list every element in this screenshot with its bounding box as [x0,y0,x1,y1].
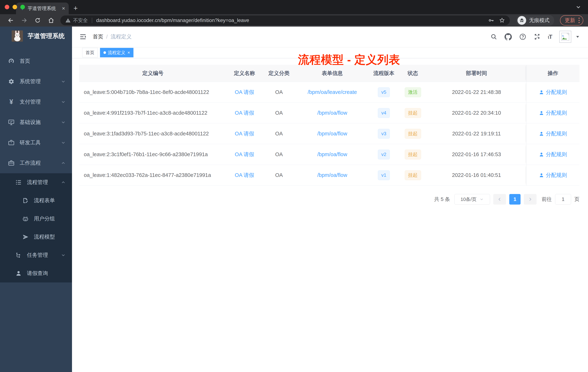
sidebar-item-6[interactable]: 流程管理 [0,173,72,191]
tag-active-dot [104,51,106,54]
person-icon [539,90,544,95]
cell-status: 挂起 [399,103,427,123]
definition-table: 定义编号定义名称定义分类表单信息流程版本状态部署时间操作oa_leave:5:0… [79,65,579,186]
security-warning-icon[interactable] [65,17,71,23]
home-icon[interactable] [45,15,57,25]
window-minimize-button[interactable] [12,5,17,9]
search-icon[interactable] [490,33,497,40]
hamburger-icon[interactable] [79,33,87,41]
chevron-up-icon [61,161,66,166]
goto-label: 前往 [542,196,552,203]
browser-menu-icon[interactable] [578,18,580,23]
cell-version: v5 [369,82,399,102]
form-link[interactable]: /bpm/oa/flow [317,131,347,137]
current-page-button[interactable]: 1 [509,194,521,205]
github-icon[interactable] [504,33,512,40]
security-label[interactable]: 不安全 [73,17,88,24]
bookmark-star-icon[interactable] [499,17,505,23]
annotation-title: 流程模型 - 定义列表 [298,52,400,67]
chevron-down-icon [479,197,484,201]
next-page-button[interactable] [524,194,536,205]
goto-page-input[interactable] [555,194,571,205]
sidebar-item-2[interactable]: ¥支付管理 [0,92,72,112]
sidebar-logo[interactable]: 芋道管理系统 [0,27,72,45]
url-text[interactable]: dashboard.yudao.iocoder.cn/bpm/manager/d… [96,17,483,23]
cell-version: v2 [369,144,399,165]
breadcrumb: 首页 / 流程定义 [93,33,132,40]
sidebar-item-5[interactable]: 工作流程 [0,153,72,173]
sidebar-item-3[interactable]: 基础设施 [0,112,72,132]
back-icon[interactable] [5,15,17,25]
tab-close-icon[interactable]: × [62,5,65,11]
definition-name-link[interactable]: OA 请假 [235,109,254,117]
sidebar-item-9[interactable]: 流程模型 [0,228,72,246]
version-badge: v1 [378,170,390,180]
avatar-caret-down-icon[interactable] [575,34,580,39]
app-title: 芋道管理系统 [28,32,65,40]
sidebar-item-label: 首页 [20,57,30,65]
window-close-button[interactable] [5,5,9,9]
help-icon[interactable] [519,33,526,40]
version-badge: v4 [378,108,390,118]
sidebar-item-label: 流程表单 [34,197,55,204]
key-icon[interactable] [488,17,494,23]
window-zoom-button[interactable] [20,5,25,9]
tag-home-label: 首页 [86,50,94,55]
font-size-icon[interactable]: tT [548,33,552,40]
cell-definition-name: OA 请假 [227,123,262,144]
cell-deploy-time: 2022-01-22 20:34:10 [427,103,526,123]
tab-search-chevron-icon[interactable] [575,4,581,11]
avatar[interactable] [559,31,571,43]
url-bar[interactable]: 不安全 dashboard.yudao.iocoder.cn/bpm/manag… [60,15,510,25]
tag-home[interactable]: 首页 [82,48,98,57]
assign-rule-button[interactable]: 分配规则 [539,109,567,117]
cell-definition-id: oa_leave:3:1fad3d93-7b75-11ec-a3c8-acde4… [79,123,227,144]
sidebar-item-7[interactable]: 流程表单 [0,191,72,210]
definition-name-link[interactable]: OA 请假 [235,151,254,158]
content: 定义编号定义名称定义分类表单信息流程版本状态部署时间操作oa_leave:5:0… [72,58,588,372]
browser-update-button[interactable]: 更新 [560,15,583,25]
assign-rule-button[interactable]: 分配规则 [539,130,567,137]
table-row: oa_leave:1:482ec033-762a-11ec-8477-a2380… [79,165,579,186]
fullscreen-icon[interactable] [534,33,541,40]
chevron-up-icon [61,180,66,185]
form-link[interactable]: /bpm/oa/flow [317,110,347,116]
page-size-select[interactable]: 10条/页 [454,194,490,205]
forward-icon[interactable] [18,15,30,25]
assign-rule-button[interactable]: 分配规则 [539,172,567,179]
cell-definition-name: OA 请假 [227,103,262,123]
person-icon [539,110,544,116]
status-badge: 激活 [405,87,421,97]
assign-rule-button[interactable]: 分配规则 [539,151,567,158]
form-icon [22,197,29,204]
cell-definition-id: oa_leave:2:3c1f0ef1-76b1-11ec-9c66-a2380… [79,144,227,165]
sidebar-item-11[interactable]: 请假查询 [0,264,72,283]
form-link[interactable]: /bpm/oa/flow [317,172,347,178]
sidebar-item-1[interactable]: 系统管理 [0,71,72,92]
new-tab-button[interactable]: + [74,4,78,12]
column-header: 部署时间 [427,65,526,82]
person-icon [539,152,544,157]
form-link[interactable]: /bpm/oa/flow [317,152,347,157]
form-link[interactable]: /bpm/oa/leave/create [308,89,357,95]
sidebar-item-8[interactable]: 用户分组 [0,210,72,228]
definition-name-link[interactable]: OA 请假 [235,89,254,96]
assign-rule-label: 分配规则 [546,109,567,117]
sidebar-item-4[interactable]: 研发工具 [0,132,72,153]
breadcrumb-home[interactable]: 首页 [93,33,103,40]
sidebar-item-10[interactable]: 任务管理 [0,246,72,264]
sidebar-item-label: 流程管理 [27,179,48,186]
assign-rule-button[interactable]: 分配规则 [539,89,567,96]
definition-name-link[interactable]: OA 请假 [235,130,254,137]
sidebar-item-0[interactable]: 首页 [0,51,72,71]
browser-tab-strip: 芋道管理系统 × + [0,0,588,14]
cell-actions: 分配规则 [526,123,579,144]
tag-close-icon[interactable]: × [127,50,130,55]
incognito-icon [517,16,526,25]
prev-page-button[interactable] [493,194,506,205]
table-header-row: 定义编号定义名称定义分类表单信息流程版本状态部署时间操作 [79,65,579,82]
browser-toolbar: 不安全 dashboard.yudao.iocoder.cn/bpm/manag… [0,14,588,27]
tag-process-definition[interactable]: 流程定义 × [100,48,134,57]
definition-name-link[interactable]: OA 请假 [235,172,254,179]
reload-icon[interactable] [32,15,44,25]
